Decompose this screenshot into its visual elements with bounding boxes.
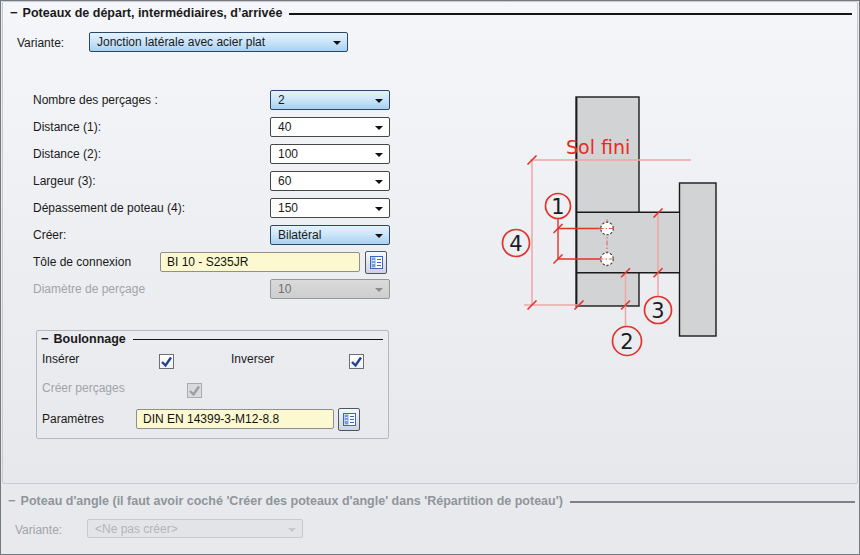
checkmark-icon: [188, 384, 201, 397]
group-rule: [570, 501, 855, 503]
boulonnage-header: − Boulonnage: [41, 332, 383, 346]
catalog-list-icon: [343, 413, 356, 426]
creer-value: Bilatéral: [278, 228, 321, 242]
collapse-icon[interactable]: −: [41, 332, 49, 346]
distance-2-value: 100: [278, 147, 298, 161]
creer-combobox[interactable]: Bilatéral: [270, 225, 390, 245]
main-group-header: − Poteaux de départ, intermédiaires, d’a…: [10, 6, 852, 20]
collapse-icon[interactable]: −: [8, 494, 16, 508]
balloon-3-number: 3: [651, 299, 664, 323]
corner-group-header: − Poteau d'angle (il faut avoir coché 'C…: [8, 494, 855, 508]
depassement-4-value: 150: [278, 201, 298, 215]
corner-variante-combobox: <Ne pas créer>: [87, 519, 303, 538]
inserer-checkbox[interactable]: [159, 354, 174, 369]
checkmark-icon: [160, 355, 173, 368]
diametre-percage-combobox: 10: [270, 279, 390, 299]
chevron-down-icon: [375, 99, 383, 103]
tole-connexion-input[interactable]: [160, 252, 360, 272]
distance-1-value: 40: [278, 120, 291, 134]
flat-steel-plate-shape: [577, 213, 679, 272]
tole-connexion-browse-button[interactable]: [365, 251, 387, 274]
largeur-3-label: Largeur (3):: [33, 174, 96, 188]
sol-fini-label: Sol fini: [566, 136, 630, 158]
largeur-3-value: 60: [278, 174, 291, 188]
nombre-percages-value: 2: [278, 93, 285, 107]
depassement-4-label: Dépassement de poteau (4):: [33, 201, 185, 215]
group-rule: [289, 13, 852, 15]
parametres-browse-button[interactable]: [338, 408, 360, 431]
corner-group-title: Poteau d'angle (il faut avoir coché 'Cré…: [21, 494, 563, 508]
nombre-percages-label: Nombre des perçages :: [33, 93, 158, 107]
distance-2-label: Distance (2):: [33, 147, 101, 161]
inverser-label: Inverser: [231, 352, 274, 366]
variante-label: Variante:: [17, 36, 64, 50]
creer-label: Créer:: [33, 228, 66, 242]
distance-2-combobox[interactable]: 100: [270, 144, 390, 164]
inverser-checkbox[interactable]: [349, 354, 364, 369]
largeur-3-combobox[interactable]: 60: [270, 171, 390, 191]
chevron-down-icon: [375, 126, 383, 130]
balloon-2-number: 2: [620, 330, 633, 354]
diametre-percage-value: 10: [278, 282, 291, 296]
column-shape: [576, 97, 639, 306]
boulonnage-groupbox: − Boulonnage Insérer Inverser Créer perç…: [36, 330, 389, 439]
balloon-1-number: 1: [551, 195, 564, 219]
nombre-percages-combobox[interactable]: 2: [270, 90, 390, 110]
main-section-panel: − Poteaux de départ, intermédiaires, d’a…: [2, 1, 858, 484]
group-rule: [133, 339, 383, 340]
diametre-percage-label: Diamètre de perçage: [33, 282, 145, 296]
corner-variante-value: <Ne pas créer>: [95, 522, 178, 536]
tole-connexion-label: Tôle de connexion: [33, 255, 131, 269]
variante-combobox[interactable]: Jonction latérale avec acier plat: [89, 32, 348, 52]
chevron-down-icon: [375, 153, 383, 157]
corner-variante-label: Variante:: [15, 523, 62, 537]
parametres-label: Paramètres: [42, 412, 104, 426]
creer-percages-checkbox: [187, 383, 202, 398]
distance-1-label: Distance (1):: [33, 120, 101, 134]
chevron-down-icon: [288, 528, 296, 532]
chevron-down-icon: [375, 180, 383, 184]
boulonnage-title: Boulonnage: [54, 332, 126, 346]
joint-preview-diagram: Sol fini 4 1: [495, 92, 725, 360]
creer-percages-label: Créer perçages: [42, 381, 125, 395]
balloon-4-number: 4: [509, 232, 522, 256]
depassement-4-combobox[interactable]: 150: [270, 198, 390, 218]
catalog-list-icon: [370, 256, 383, 269]
adjacent-column-shape: [680, 183, 717, 336]
chevron-down-icon: [375, 234, 383, 238]
chevron-down-icon: [375, 207, 383, 211]
variante-value: Jonction latérale avec acier plat: [97, 35, 265, 49]
parametres-input[interactable]: [136, 409, 334, 429]
chevron-down-icon: [333, 41, 341, 45]
inserer-label: Insérer: [42, 352, 79, 366]
distance-1-combobox[interactable]: 40: [270, 117, 390, 137]
component-properties-panel: − Poteaux de départ, intermédiaires, d’a…: [0, 0, 860, 555]
collapse-icon[interactable]: −: [10, 6, 18, 20]
checkmark-icon: [350, 355, 363, 368]
chevron-down-icon: [375, 288, 383, 292]
main-group-title: Poteaux de départ, intermédiaires, d’arr…: [23, 6, 283, 20]
